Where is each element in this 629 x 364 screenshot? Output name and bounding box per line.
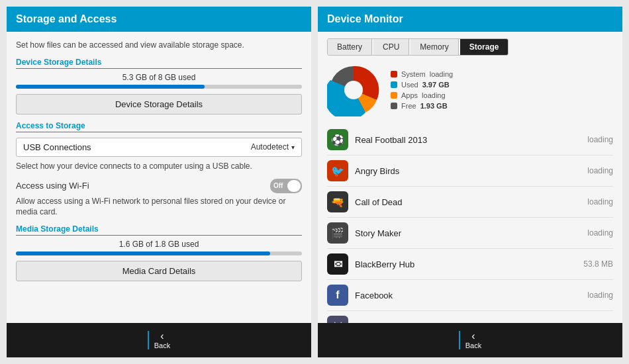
storage-pie-chart — [327, 64, 380, 116]
wifi-toggle-off-label: Off — [273, 182, 283, 189]
tab-storage[interactable]: Storage — [460, 39, 508, 55]
tab-battery[interactable]: Battery — [328, 39, 372, 55]
app-list-item[interactable]: ⚔Injusticeloading — [327, 311, 613, 323]
legend-used: Used 3.97 GB — [391, 81, 453, 89]
usb-label: USB Connections — [23, 142, 251, 152]
app-icon: ✉ — [327, 253, 348, 275]
app-status: loading — [587, 228, 613, 238]
app-name: Facebook — [355, 291, 581, 300]
device-storage-bar-track — [16, 85, 302, 89]
back-arrow-icon-right: ‹ — [471, 331, 475, 341]
app-list-item[interactable]: fFacebookloading — [327, 280, 613, 311]
chart-area: System loading Used 3.97 GB Apps loading… — [327, 64, 613, 116]
legend-system-sublabel: loading — [430, 70, 453, 78]
media-storage-usage: 1.6 GB of 1.8 GB used — [16, 240, 302, 249]
app-icon: ⚔ — [327, 316, 348, 323]
right-back-label: Back — [465, 341, 481, 349]
app-status: loading — [587, 166, 613, 175]
legend-apps-dot — [391, 92, 397, 99]
legend-free-value: 1.93 GB — [420, 102, 448, 110]
wifi-toggle[interactable]: Off — [270, 179, 302, 193]
legend-system: System loading — [391, 70, 453, 78]
right-panel: Device Monitor Battery CPU Memory Storag… — [318, 7, 622, 357]
app-icon: 🎬 — [327, 222, 348, 244]
usb-select[interactable]: Autodetect ▾ — [251, 142, 295, 152]
legend-system-dot — [391, 71, 397, 77]
storage-legend: System loading Used 3.97 GB Apps loading… — [391, 70, 453, 110]
right-panel-body: Battery CPU Memory Storage Sys — [318, 32, 622, 323]
tab-memory[interactable]: Memory — [411, 39, 458, 55]
media-storage-label: Media Storage Details — [16, 224, 302, 236]
wifi-row: Access using Wi-Fi Off — [16, 179, 302, 193]
app-icon: f — [327, 285, 348, 306]
svg-point-1 — [344, 81, 363, 99]
app-status: 53.8 MB — [583, 259, 613, 269]
app-list-item[interactable]: ✉BlackBerry Hub53.8 MB — [327, 249, 613, 280]
app-status: loading — [587, 291, 613, 300]
legend-apps-label: Apps — [401, 91, 418, 99]
app-list-item[interactable]: 🔫Call of Deadloading — [327, 187, 613, 218]
legend-used-label: Used — [401, 81, 418, 89]
app-status: loading — [587, 197, 613, 206]
app-icon: 🐦 — [327, 160, 348, 181]
left-footer: ‹ Back — [7, 323, 311, 357]
app-name: Angry Birds — [355, 166, 581, 176]
legend-free-dot — [391, 103, 397, 109]
left-desc: Set how files can be accessed and view a… — [16, 40, 302, 51]
media-storage-bar-fill — [16, 251, 270, 255]
toggle-knob — [287, 180, 301, 192]
tab-cpu[interactable]: CPU — [373, 39, 409, 55]
right-back-button[interactable]: ‹ Back — [459, 331, 481, 349]
app-list: ⚽Real Football 2013loading🐦Angry Birdslo… — [327, 124, 613, 323]
app-list-item[interactable]: ⚽Real Football 2013loading — [327, 124, 613, 156]
legend-free-label: Free — [401, 102, 416, 110]
device-storage-details-button[interactable]: Device Storage Details — [16, 94, 302, 114]
chevron-down-icon: ▾ — [291, 144, 295, 151]
wifi-label: Access using Wi-Fi — [16, 181, 89, 191]
left-panel: Storage and Access Set how files can be … — [7, 7, 311, 357]
device-storage-bar-fill — [16, 85, 205, 89]
left-panel-header: Storage and Access — [7, 7, 311, 32]
app-list-item[interactable]: 🎬Story Makerloading — [327, 218, 613, 249]
right-panel-header: Device Monitor — [318, 7, 622, 32]
app-name: BlackBerry Hub — [355, 259, 577, 269]
app-list-item[interactable]: 🐦Angry Birdsloading — [327, 156, 613, 187]
wifi-desc: Allow access using a Wi-Fi network to pe… — [16, 196, 302, 218]
legend-used-value: 3.97 GB — [422, 81, 450, 89]
media-storage-bar-track — [16, 251, 302, 255]
legend-apps: Apps loading — [391, 91, 453, 99]
legend-free: Free 1.93 GB — [391, 102, 453, 110]
app-name: Story Maker — [355, 228, 581, 238]
back-arrow-icon: ‹ — [160, 331, 164, 341]
app-icon: 🔫 — [327, 191, 348, 212]
usb-row[interactable]: USB Connections Autodetect ▾ — [16, 138, 302, 157]
app-name: Real Football 2013 — [355, 135, 581, 145]
left-back-button[interactable]: ‹ Back — [148, 331, 170, 349]
left-back-label: Back — [154, 341, 170, 349]
device-storage-usage: 5.3 GB of 8 GB used — [16, 73, 302, 82]
access-storage-label: Access to Storage — [16, 121, 302, 132]
usb-desc: Select how your device connects to a com… — [16, 161, 302, 172]
tabs-row: Battery CPU Memory Storage — [327, 38, 508, 56]
app-name: Call of Dead — [355, 197, 581, 207]
device-storage-label: Device Storage Details — [16, 58, 302, 69]
media-card-details-button[interactable]: Media Card Details — [16, 261, 302, 281]
left-panel-body: Set how files can be accessed and view a… — [7, 32, 311, 323]
legend-system-label: System — [401, 70, 426, 78]
app-status: loading — [587, 135, 613, 144]
app-icon: ⚽ — [327, 129, 348, 150]
legend-used-dot — [391, 81, 397, 88]
right-footer: ‹ Back — [318, 323, 622, 357]
legend-apps-sublabel: loading — [422, 91, 445, 99]
usb-value: Autodetect — [251, 142, 289, 152]
